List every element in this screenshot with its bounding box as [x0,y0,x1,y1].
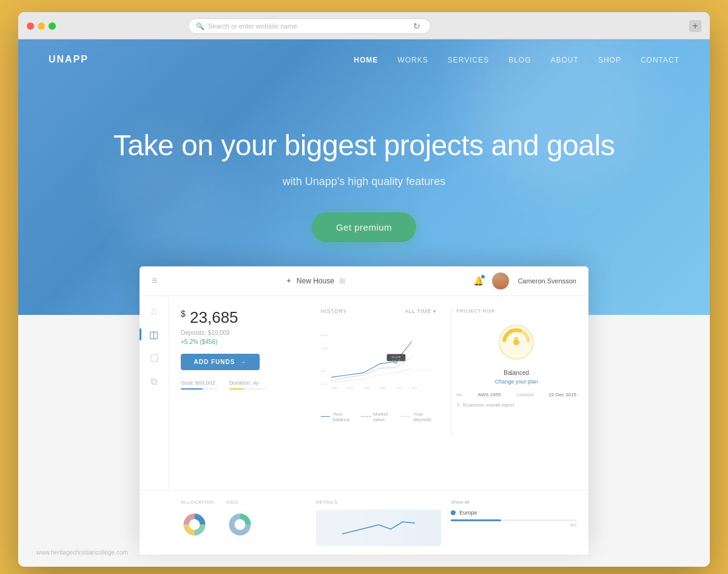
address-bar-text: Search or enter website name [208,22,297,30]
details-chart [342,516,415,540]
goal-bar-fill [181,388,203,390]
svg-text:2019: 2019 [396,386,402,389]
logo: UNAPP [49,54,89,65]
dashboard-section: ≡ ✦ New House ⊞ 🔔 Came [18,315,710,555]
nav-home[interactable]: HOME [354,56,378,64]
project-name: New House [297,277,334,285]
maximize-button[interactable] [49,22,56,30]
sidebar-home-icon[interactable]: ⌂ [151,306,157,317]
notification-bell[interactable]: 🔔 [473,276,484,286]
sidebar-wallet-icon[interactable]: ◫ [149,329,158,340]
geo-title: Geo [226,499,254,505]
traffic-lights [27,22,56,30]
show-all-label: Show all [451,499,469,505]
nav-services[interactable]: SERVICES [448,56,489,64]
project-icon: ✦ [286,277,292,285]
notification-dot [481,275,485,279]
close-button[interactable] [27,22,34,30]
risk-card: PROJECT RISK $ [451,308,576,436]
chart-area: HISTORY All time ▾ 15.5k 12.8k 0.2k $-.2… [316,308,442,478]
nav-contact[interactable]: CONTACT [641,56,679,64]
risk-gauge: $ [495,321,538,363]
risk-id-label: No [456,392,462,397]
allocation-section: Allocation [181,499,306,546]
europe-label: Europe [459,510,477,516]
legend-balance-label: Your balance [332,411,355,422]
hero-title: Take on your biggest projects and goals [42,128,686,163]
nav-shop[interactable]: SHOP [598,56,621,64]
risk-change[interactable]: Change your plan [456,379,576,385]
risk-report[interactable]: ⇩ Economic overall report [456,402,576,408]
add-funds-button[interactable]: ADD FUNDS → [181,354,260,370]
footer-url: www.heritagechristiancollege.com [36,549,128,556]
avatar [492,272,509,289]
sidebar-doc-icon[interactable]: ☐ [150,353,158,364]
topbar-right: 🔔 Cameron Svensson [473,272,576,289]
svg-text:0.2k: 0.2k [321,369,326,372]
balance-amount: $ 23,685 [181,308,306,327]
goal-label: Goal: $66,002 [181,380,217,386]
goal-info: Goal: $66,002 Duration: 4y [181,380,306,390]
dashboard-topbar: ≡ ✦ New House ⊞ 🔔 Came [140,266,588,296]
svg-text:12.8k: 12.8k [321,347,328,350]
duration-label: Duration: 4y [229,380,266,386]
chart-svg: 15.5k 12.8k 0.2k $-.2k 2012 [321,319,437,404]
region-section: Show all Europe 4% [451,499,576,546]
show-all-header: Show all [451,499,576,505]
report-label: Economic overall report [463,402,514,408]
nav-blog[interactable]: BLOG [508,56,531,64]
project-selector[interactable]: ✦ New House ⊞ [286,277,345,285]
europe-indicator: Europe [451,510,576,516]
sidebar: ⌂ ◫ ☐ ⧉ [140,296,169,490]
legend-balance: Your balance [321,411,356,422]
new-tab-button[interactable]: + [689,20,701,32]
legend-market: Market value [361,411,395,422]
user-name: Cameron Svensson [517,277,576,285]
balance-change: +5.2% ($456) [181,339,306,345]
arrow-icon: → [240,359,246,365]
goal-bar [181,388,217,390]
risk-id-value: AWS 2455 [478,392,501,397]
legend-deposits: Your deposits [401,411,436,422]
chart-legend: Your balance Market value Your deposits [321,411,437,422]
dashboard-main: $ 23,685 Deposits: $10,009 +5.2% ($456) … [169,296,588,490]
reload-button[interactable]: ↻ [413,21,423,31]
duration-item: Duration: 4y [229,380,266,390]
cta-button[interactable]: Get premium [312,212,416,242]
svg-text:2014: 2014 [363,386,369,389]
chart-title: HISTORY [321,308,347,314]
details-title: DETAILS [316,499,442,505]
bottom-spacer [18,555,710,567]
nav-works[interactable]: WORKS [397,56,428,64]
balance-deposits: Deposits: $10,009 [181,329,306,336]
duration-bar-fill [229,388,244,390]
legend-market-label: Market value [373,411,395,422]
region-fill [451,519,501,521]
allocation-title: Allocation [181,499,214,505]
nav-links: HOME WORKS SERVICES BLOG ABOUT SHOP CONT… [354,54,679,65]
region-pct: 4% [451,523,576,527]
browser-chrome: 🔍 Search or enter website name ↻ + [18,12,710,39]
risk-created-value: 22 Dec 2015 [549,392,576,397]
menu-icon[interactable]: ≡ [152,275,157,286]
risk-created-label: Created [516,392,533,397]
risk-meta: No AWS 2455 Created 22 Dec 2015 ⇩ Econom… [456,392,576,408]
minimize-button[interactable] [38,22,45,30]
nav-about[interactable]: ABOUT [551,56,579,64]
address-bar-container: 🔍 Search or enter website name ↻ [188,18,431,34]
region-bar [451,519,576,521]
geo-pie [226,511,254,538]
svg-text:July 200: July 200 [392,359,400,361]
dashboard-mockup: ≡ ✦ New House ⊞ 🔔 Came [140,266,588,555]
chart-filter[interactable]: All time ▾ [405,308,436,314]
goal-item: Goal: $66,002 [181,380,217,390]
svg-text:2012: 2012 [331,386,337,389]
currency-symbol: $ [181,309,186,319]
svg-text:$-.2k: $-.2k [321,382,328,385]
legend-line-dashed [361,416,371,417]
website: UNAPP HOME WORKS SERVICES BLOG ABOUT SHO… [18,39,710,567]
risk-title: PROJECT RISK [456,308,576,314]
sidebar-folder-icon[interactable]: ⧉ [150,376,157,387]
address-bar[interactable]: 🔍 Search or enter website name ↻ [188,18,431,34]
dashboard-body: ⌂ ◫ ☐ ⧉ $ 23,685 Deposits: $ [140,296,588,490]
